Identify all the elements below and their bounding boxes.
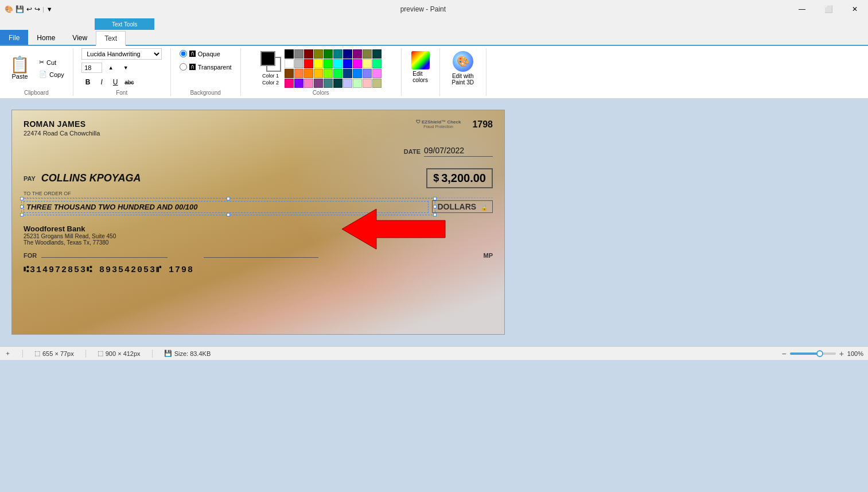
palette-color[interactable] <box>353 49 362 59</box>
palette-color[interactable] <box>363 59 372 68</box>
palette-color[interactable] <box>314 49 323 59</box>
plus-icon: ＋ <box>5 349 11 358</box>
palette-color[interactable] <box>294 79 303 88</box>
palette-color[interactable] <box>324 79 333 88</box>
palette-color[interactable] <box>324 69 333 78</box>
font-size-input[interactable] <box>81 63 102 73</box>
palette-color[interactable] <box>333 69 342 78</box>
bank-info: Woodforest Bank 25231 Grogans Mill Read,… <box>24 224 493 246</box>
palette-color[interactable] <box>324 49 333 59</box>
size-down-btn[interactable]: ▼ <box>119 61 132 74</box>
zoom-out-button[interactable]: − <box>781 349 786 358</box>
palette-color[interactable] <box>353 59 362 68</box>
amount-value: 3,200.00 <box>441 172 486 185</box>
dropdown-arrow[interactable]: ▼ <box>46 6 53 13</box>
palette-color[interactable] <box>343 49 352 59</box>
paste-label: Paste <box>11 73 28 80</box>
palette-color[interactable] <box>324 59 333 68</box>
opaque-radio[interactable] <box>180 50 187 57</box>
palette-color[interactable] <box>314 79 323 88</box>
palette-color[interactable] <box>304 79 313 88</box>
palette-color[interactable] <box>285 69 294 78</box>
opaque-option[interactable]: 🅰 Opaque <box>177 48 223 59</box>
palette-color[interactable] <box>363 79 372 88</box>
transparent-radio[interactable] <box>180 63 187 71</box>
palette-color[interactable] <box>372 59 382 68</box>
color1-box[interactable] <box>260 51 275 66</box>
handle-br[interactable] <box>433 213 437 216</box>
font-group: Lucida Handwriting ▲ ▼ B I U abc Font <box>73 48 171 96</box>
palette-color[interactable] <box>304 59 313 68</box>
background-content: 🅰 Opaque 🅰 Transparent <box>177 48 235 88</box>
palette-color[interactable] <box>314 69 323 78</box>
tab-file[interactable]: File <box>0 30 28 45</box>
handle-bc[interactable] <box>227 213 230 216</box>
palette-color[interactable] <box>343 79 352 88</box>
palette-color[interactable] <box>343 59 352 68</box>
palette-color[interactable] <box>372 69 382 78</box>
edit-with-paint3d-button[interactable]: 🎨 Edit withPaint 3D <box>446 48 480 88</box>
palette-color[interactable] <box>343 69 352 78</box>
zoom-fill <box>790 352 818 355</box>
zoom-in-button[interactable]: + <box>839 349 844 358</box>
close-button[interactable]: ✕ <box>842 0 868 18</box>
italic-button[interactable]: I <box>95 76 108 88</box>
palette-color[interactable] <box>372 79 382 88</box>
transparent-option[interactable]: 🅰 Transparent <box>177 61 235 72</box>
maximize-button[interactable]: ⬜ <box>815 0 842 18</box>
file-size-item: 💾 Size: 83.4KB <box>164 350 211 357</box>
image-size-item: ⬚ 900 × 412px <box>98 350 141 357</box>
palette-color[interactable] <box>333 59 342 68</box>
font-dropdown[interactable]: Lucida Handwriting <box>81 48 162 60</box>
strikethrough-button[interactable]: abc <box>123 76 135 88</box>
check-image[interactable]: ROMAN JAMES 22474 Road Ca Chowchilla 🛡 E… <box>11 110 505 335</box>
paste-button[interactable]: 📋 Paste <box>6 54 34 83</box>
palette-color[interactable] <box>363 49 372 59</box>
redo-icon[interactable]: ↪ <box>34 5 40 13</box>
palette-color[interactable] <box>294 59 303 68</box>
copy-button[interactable]: 📄 Copy <box>36 69 67 80</box>
tab-view[interactable]: View <box>64 30 96 45</box>
bold-button[interactable]: B <box>81 76 94 88</box>
color1-label: Color 1 <box>262 73 279 79</box>
zoom-slider[interactable] <box>790 352 836 355</box>
undo-icon[interactable]: ↩ <box>26 5 32 13</box>
handle-bl[interactable] <box>20 213 24 216</box>
edit-colors-button[interactable]: Editcolors <box>407 48 434 86</box>
palette-color[interactable] <box>285 59 294 68</box>
tab-home[interactable]: Home <box>28 30 64 45</box>
palette-color[interactable] <box>294 69 303 78</box>
size-up-btn[interactable]: ▲ <box>104 61 117 74</box>
palette-color[interactable] <box>353 79 362 88</box>
cut-copy-area: ✂ Cut 📄 Copy <box>36 57 67 80</box>
mp-label: MP <box>484 252 493 259</box>
palette-color[interactable] <box>333 79 342 88</box>
separator2 <box>85 350 86 358</box>
for-line <box>41 257 168 258</box>
pay-row: PAY COLLINS KPOYAGA $ 3,200.00 <box>24 168 493 188</box>
status-bar: ＋ ⬚ 655 × 77px ⬚ 900 × 412px 💾 Size: 83.… <box>0 346 868 360</box>
palette-color[interactable] <box>285 79 294 88</box>
palette-color[interactable] <box>333 49 342 59</box>
palette-grid <box>285 49 382 88</box>
palette-color[interactable] <box>353 69 362 78</box>
date-value: 09/07/2022 <box>424 146 493 157</box>
colors-group: Color 1 Color 2 <box>241 48 402 96</box>
minimize-button[interactable]: — <box>789 0 815 18</box>
palette-color[interactable] <box>372 49 382 59</box>
window-controls: — ⬜ ✕ <box>789 0 868 18</box>
palette-color[interactable] <box>285 49 294 59</box>
cut-button[interactable]: ✂ Cut <box>36 57 67 68</box>
color-swatches: Color 1 Color 2 <box>260 51 281 86</box>
zoom-controls: − + 100% <box>781 349 863 358</box>
palette-color[interactable] <box>363 69 372 78</box>
palette-color[interactable] <box>314 59 323 68</box>
underline-button[interactable]: U <box>109 76 122 88</box>
tab-text[interactable]: Text <box>96 31 126 46</box>
zoom-thumb[interactable] <box>816 350 823 357</box>
save-icon[interactable]: 💾 <box>15 5 24 13</box>
palette-color[interactable] <box>304 69 313 78</box>
palette-color[interactable] <box>304 49 313 59</box>
palette-color[interactable] <box>294 49 303 59</box>
date-row: DATE 09/07/2022 <box>24 146 493 157</box>
